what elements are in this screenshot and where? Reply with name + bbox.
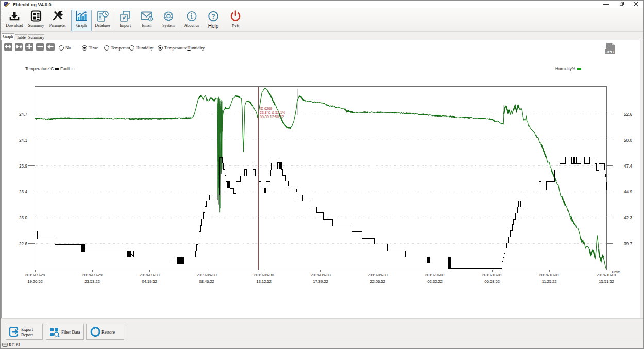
svg-text:23.8°C & 52.1%: 23.8°C & 52.1% — [260, 111, 285, 114]
svg-text:23.4: 23.4 — [19, 190, 27, 194]
svg-text:50.0: 50.0 — [624, 138, 632, 143]
svg-text:15:51:52: 15:51:52 — [599, 279, 614, 284]
svg-text:2019-09-30: 2019-09-30 — [311, 273, 331, 277]
svg-text:11:25:22: 11:25:22 — [542, 279, 557, 284]
svg-text:02:32:22: 02:32:22 — [427, 279, 443, 284]
svg-text:2019-10-01: 2019-10-01 — [482, 273, 503, 277]
svg-text:2019-09-30: 2019-09-30 — [140, 273, 160, 277]
svg-text:2019-09-30: 2019-09-30 — [197, 273, 217, 277]
svg-text:2019-09-29: 2019-09-29 — [82, 273, 103, 277]
svg-text:Time: Time — [611, 270, 620, 274]
svg-text:JPG: JPG — [605, 49, 614, 54]
svg-text:08:46:22: 08:46:22 — [199, 279, 214, 284]
svg-text:2019-09-30: 2019-09-30 — [368, 273, 388, 277]
svg-text:Fault: Fault — [60, 67, 70, 71]
svg-text:04:19:52: 04:19:52 — [142, 279, 157, 284]
svg-text:09-30 12:50:52: 09-30 12:50:52 — [260, 115, 284, 119]
svg-text:19:26:52: 19:26:52 — [27, 279, 43, 284]
svg-text:47.4: 47.4 — [624, 164, 632, 169]
svg-text:23.9: 23.9 — [19, 164, 27, 169]
svg-text:13:12:52: 13:12:52 — [256, 279, 272, 284]
svg-text:Temperature°C: Temperature°C — [25, 67, 54, 71]
svg-text:22.6: 22.6 — [19, 242, 27, 246]
svg-text:24.7: 24.7 — [19, 112, 27, 117]
svg-text:23:53:22: 23:53:22 — [84, 279, 100, 284]
svg-text:Humidity%: Humidity% — [555, 67, 575, 71]
svg-text:22:06:52: 22:06:52 — [370, 279, 385, 284]
svg-text:?: ? — [211, 13, 215, 20]
svg-text:52.6: 52.6 — [624, 112, 632, 117]
svg-text:06:58:52: 06:58:52 — [484, 279, 500, 284]
svg-text:2019-09-29: 2019-09-29 — [25, 273, 46, 277]
svg-text:23.0: 23.0 — [19, 215, 27, 220]
svg-text:ID 6269: ID 6269 — [260, 107, 273, 110]
svg-text:24.3: 24.3 — [19, 138, 27, 143]
svg-text:39.7: 39.7 — [624, 242, 632, 246]
svg-text:2019-10-01: 2019-10-01 — [425, 273, 446, 277]
svg-text:2019-10-01: 2019-10-01 — [539, 273, 560, 277]
svg-text:44.9: 44.9 — [624, 190, 632, 194]
svg-text:42.3: 42.3 — [624, 215, 632, 220]
svg-text:2019-09-30: 2019-09-30 — [254, 273, 275, 277]
svg-text:17:39:22: 17:39:22 — [313, 279, 328, 284]
